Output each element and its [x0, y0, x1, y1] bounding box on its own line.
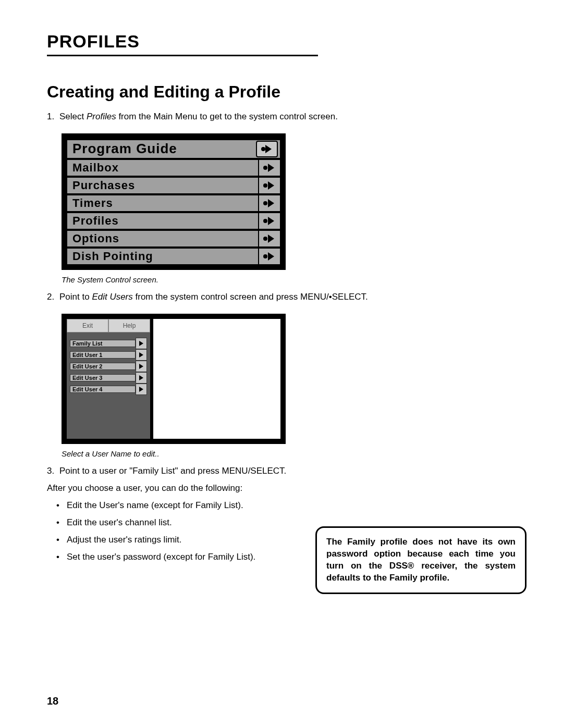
step-number: 3.	[47, 465, 59, 477]
figure-tabs: Exit Help	[67, 319, 150, 332]
figure-system-control: Program Guide Mailbox Purchases Timers P…	[62, 133, 286, 270]
arrow-right-icon	[258, 249, 280, 264]
step-text: Select	[59, 112, 87, 121]
step-italic: Profiles	[87, 112, 116, 121]
menu-label: Profiles	[67, 214, 258, 228]
item-edit-user-4[interactable]: Edit User 4	[70, 384, 147, 395]
menu-item-mailbox[interactable]: Mailbox	[67, 159, 280, 176]
menu-item-purchases[interactable]: Purchases	[67, 177, 280, 194]
arrow-right-icon	[258, 160, 280, 176]
step-text: Point to	[59, 292, 92, 302]
help-tab[interactable]: Help	[108, 319, 150, 332]
step-3: 3.Point to a user or "Family List" and p…	[47, 465, 370, 477]
item-edit-user-2[interactable]: Edit User 2	[70, 361, 147, 372]
figure-caption: Select a User Name to edit..	[62, 449, 527, 458]
figure-left-panel: Exit Help Family List Edit User 1 Edit U…	[67, 319, 150, 439]
menu-label: Mailbox	[67, 161, 258, 175]
item-label: Edit User 4	[70, 386, 136, 393]
paragraph: After you choose a user, you can do the …	[47, 483, 370, 495]
menu-item-timers[interactable]: Timers	[67, 195, 280, 212]
menu-item-dish-pointing[interactable]: Dish Pointing	[67, 248, 280, 265]
item-edit-user-1[interactable]: Edit User 1	[70, 349, 147, 361]
item-label: Edit User 3	[70, 374, 136, 381]
step-number: 2.	[47, 291, 59, 303]
step-1: 1.Select Profiles from the Main Menu to …	[47, 111, 370, 123]
step-text: from the Main Menu to get to the system …	[116, 112, 338, 121]
step-text: from the system control screen and press…	[133, 292, 368, 302]
item-label: Family List	[70, 340, 136, 347]
figure-edit-users: Exit Help Family List Edit User 1 Edit U…	[62, 314, 286, 444]
figure-caption: The System Control screen.	[62, 275, 527, 284]
menu-item-profiles[interactable]: Profiles	[67, 213, 280, 229]
menu-label: Dish Pointing	[67, 250, 258, 263]
arrow-right-icon	[258, 195, 280, 211]
step-2: 2.Point to Edit Users from the system co…	[47, 291, 370, 303]
item-family-list[interactable]: Family List	[70, 338, 147, 349]
note-box: The Family profile does not have its own…	[315, 526, 527, 594]
bullet-item: Edit the User's name (except for Family …	[56, 500, 380, 512]
arrow-right-icon	[136, 361, 147, 372]
arrow-right-icon	[136, 372, 147, 384]
arrow-right-icon	[258, 178, 280, 193]
section-title: PROFILES	[47, 31, 527, 52]
menu-item-program-guide[interactable]: Program Guide	[67, 140, 280, 158]
item-label: Edit User 2	[70, 363, 136, 370]
arrow-right-icon	[136, 384, 147, 395]
menu-label: Purchases	[67, 179, 258, 192]
menu-label: Program Guide	[67, 141, 256, 157]
page-title: Creating and Editing a Profile	[47, 82, 527, 102]
step-number: 1.	[47, 111, 59, 123]
step-italic: Edit Users	[92, 292, 132, 302]
arrow-right-icon	[258, 213, 280, 229]
menu-label: Timers	[67, 196, 258, 210]
arrow-right-icon	[136, 338, 147, 349]
menu-item-options[interactable]: Options	[67, 230, 280, 247]
arrow-right-icon	[256, 141, 278, 157]
figure-right-panel	[153, 319, 280, 439]
arrow-right-icon	[136, 349, 147, 361]
item-edit-user-3[interactable]: Edit User 3	[70, 372, 147, 384]
step-text: Point to a user or "Family List" and pre…	[59, 466, 286, 476]
arrow-right-icon	[258, 231, 280, 246]
figure-items: Family List Edit User 1 Edit User 2 Edit…	[67, 332, 150, 400]
page-number: 18	[47, 695, 58, 707]
exit-tab[interactable]: Exit	[67, 319, 108, 332]
menu-label: Options	[67, 232, 258, 245]
item-label: Edit User 1	[70, 351, 136, 359]
section-divider	[47, 55, 318, 56]
